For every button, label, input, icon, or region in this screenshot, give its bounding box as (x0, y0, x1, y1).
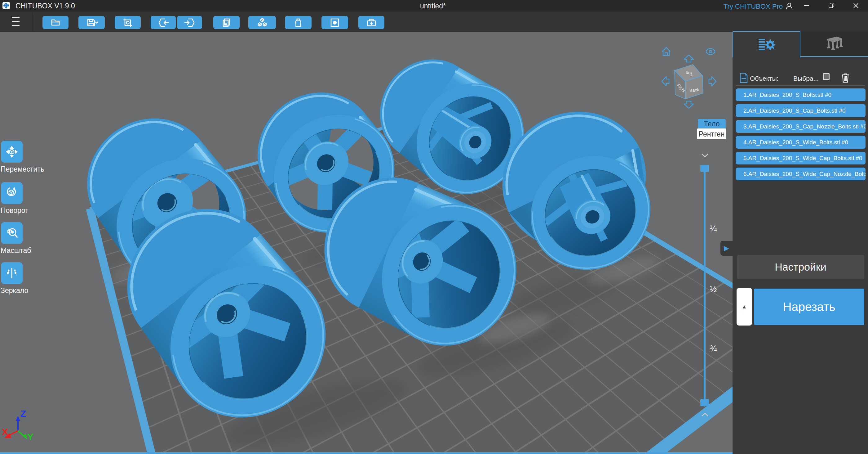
svg-text:Back: Back (689, 87, 700, 93)
svg-text:¼: ¼ (710, 224, 717, 233)
svg-text:Y: Y (27, 432, 33, 442)
svg-text:X: X (2, 427, 8, 437)
svg-text:½: ½ (710, 285, 717, 294)
svg-text:Z: Z (21, 408, 26, 419)
svg-text:¾: ¾ (710, 344, 717, 353)
